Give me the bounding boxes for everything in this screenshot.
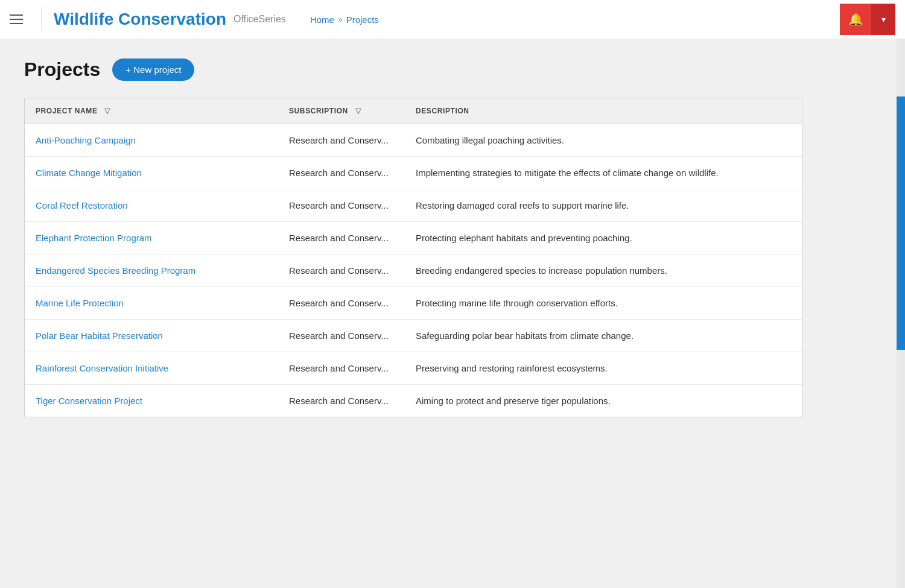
- col-header-description: DESCRIPTION: [405, 98, 802, 124]
- subscription-cell: Research and Conserv...: [278, 287, 405, 320]
- description-cell: Safeguarding polar bear habitats from cl…: [405, 320, 802, 352]
- project-name-cell: Polar Bear Habitat Preservation: [25, 320, 278, 352]
- app-subtitle: OfficeSeries: [233, 14, 286, 25]
- bell-icon: 🔔: [848, 12, 863, 27]
- app-title: Wildlife Conservation: [54, 10, 226, 29]
- table-row: Anti-Poaching CampaignResearch and Conse…: [25, 124, 802, 157]
- subscription-cell: Research and Conserv...: [278, 254, 405, 287]
- project-name-cell: Tiger Conservation Project: [25, 385, 278, 417]
- description-cell: Protecting elephant habitats and prevent…: [405, 222, 802, 254]
- chevron-down-icon: ▾: [881, 14, 886, 24]
- main-content: Projects + New project PROJECT NAME ▽ SU…: [0, 39, 905, 437]
- description-cell: Preserving and restoring rainforest ecos…: [405, 352, 802, 385]
- nav-home[interactable]: Home: [310, 14, 334, 25]
- projects-table-container: PROJECT NAME ▽ SUBSCRIPTION ▽ DESCRIPTIO…: [24, 98, 802, 417]
- table-header-row: PROJECT NAME ▽ SUBSCRIPTION ▽ DESCRIPTIO…: [25, 98, 802, 124]
- project-name-link[interactable]: Coral Reef Restoration: [36, 200, 128, 210]
- table-row: Endangered Species Breeding ProgramResea…: [25, 254, 802, 287]
- breadcrumb-separator: »: [338, 14, 343, 24]
- project-name-link[interactable]: Tiger Conservation Project: [36, 396, 142, 406]
- project-name-link[interactable]: Elephant Protection Program: [36, 233, 152, 243]
- project-name-link[interactable]: Anti-Poaching Campaign: [36, 135, 136, 145]
- project-name-filter-icon[interactable]: ▽: [104, 107, 110, 115]
- nav-projects[interactable]: Projects: [346, 14, 379, 25]
- project-name-cell: Rainforest Conservation Initiative: [25, 352, 278, 385]
- subscription-cell: Research and Conserv...: [278, 352, 405, 385]
- subscription-cell: Research and Conserv...: [278, 320, 405, 352]
- subscription-cell: Research and Conserv...: [278, 222, 405, 254]
- table-row: Elephant Protection ProgramResearch and …: [25, 222, 802, 254]
- description-cell: Implementing strategies to mitigate the …: [405, 157, 802, 189]
- header-divider: [41, 7, 42, 31]
- table-row: Marine Life ProtectionResearch and Conse…: [25, 287, 802, 320]
- project-name-link[interactable]: Climate Change Mitigation: [36, 168, 142, 178]
- header: Wildlife Conservation OfficeSeries Home …: [0, 0, 905, 39]
- description-cell: Restoring damaged coral reefs to support…: [405, 189, 802, 222]
- description-cell: Breeding endangered species to increase …: [405, 254, 802, 287]
- project-name-cell: Coral Reef Restoration: [25, 189, 278, 222]
- notification-bell-button[interactable]: 🔔: [840, 4, 871, 35]
- project-name-link[interactable]: Endangered Species Breeding Program: [36, 265, 195, 276]
- col-header-subscription: SUBSCRIPTION ▽: [278, 98, 405, 124]
- project-name-link[interactable]: Polar Bear Habitat Preservation: [36, 330, 163, 341]
- description-cell: Aiming to protect and preserve tiger pop…: [405, 385, 802, 417]
- project-name-cell: Climate Change Mitigation: [25, 157, 278, 189]
- table-row: Polar Bear Habitat PreservationResearch …: [25, 320, 802, 352]
- projects-table: PROJECT NAME ▽ SUBSCRIPTION ▽ DESCRIPTIO…: [25, 98, 802, 417]
- description-cell: Combating illegal poaching activities.: [405, 124, 802, 157]
- table-row: Rainforest Conservation InitiativeResear…: [25, 352, 802, 385]
- project-name-cell: Endangered Species Breeding Program: [25, 254, 278, 287]
- subscription-cell: Research and Conserv...: [278, 157, 405, 189]
- scrollbar-thumb[interactable]: [897, 96, 905, 350]
- breadcrumb: Home » Projects: [310, 14, 379, 25]
- project-name-cell: Anti-Poaching Campaign: [25, 124, 278, 157]
- page-title: Projects: [24, 58, 100, 81]
- project-name-cell: Marine Life Protection: [25, 287, 278, 320]
- subscription-cell: Research and Conserv...: [278, 124, 405, 157]
- table-row: Coral Reef RestorationResearch and Conse…: [25, 189, 802, 222]
- table-row: Tiger Conservation ProjectResearch and C…: [25, 385, 802, 417]
- new-project-button[interactable]: + New project: [112, 58, 194, 81]
- hamburger-menu-icon[interactable]: [10, 8, 31, 30]
- table-row: Climate Change MitigationResearch and Co…: [25, 157, 802, 189]
- subscription-filter-icon[interactable]: ▽: [355, 107, 361, 115]
- user-dropdown-button[interactable]: ▾: [871, 4, 895, 35]
- col-header-project-name: PROJECT NAME ▽: [25, 98, 278, 124]
- description-cell: Protecting marine life through conservat…: [405, 287, 802, 320]
- project-name-cell: Elephant Protection Program: [25, 222, 278, 254]
- subscription-cell: Research and Conserv...: [278, 385, 405, 417]
- subscription-cell: Research and Conserv...: [278, 189, 405, 222]
- scrollbar-track: [897, 39, 905, 588]
- page-header: Projects + New project: [24, 58, 881, 81]
- project-name-link[interactable]: Marine Life Protection: [36, 298, 124, 308]
- header-actions: 🔔 ▾: [840, 4, 895, 35]
- project-name-link[interactable]: Rainforest Conservation Initiative: [36, 363, 168, 373]
